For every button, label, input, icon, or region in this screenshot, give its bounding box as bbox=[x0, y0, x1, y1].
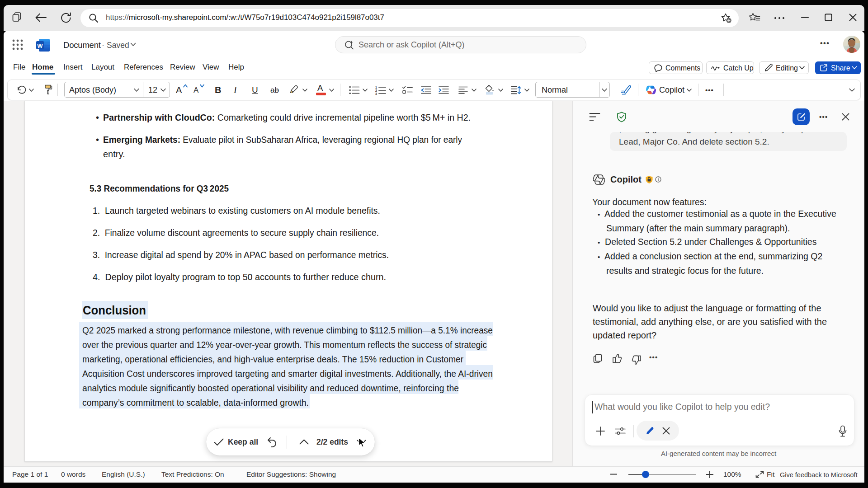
svg-text:W: W bbox=[37, 42, 43, 49]
svg-text:3: 3 bbox=[375, 92, 377, 95]
svg-text:2: 2 bbox=[375, 89, 377, 92]
svg-text:1: 1 bbox=[375, 86, 377, 89]
